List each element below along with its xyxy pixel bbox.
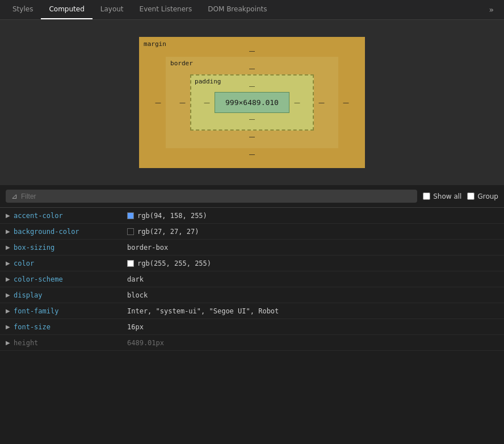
box-border: border — — padding — — 999×6489.010 — — [166, 57, 338, 148]
margin-middle: — border — — padding — — 999×6489.010 — [150, 57, 354, 148]
border-top: — — [249, 65, 255, 72]
tab-more[interactable]: » — [483, 0, 499, 19]
border-bottom: — — [249, 133, 255, 140]
prop-name-color: color — [14, 259, 127, 267]
padding-label: padding — [195, 78, 221, 85]
border-right: — — [314, 99, 329, 106]
filter-input[interactable] — [21, 192, 411, 200]
padding-bottom: — — [249, 115, 255, 123]
prop-row-color-scheme[interactable]: ▶color-schemedark — [0, 271, 504, 287]
border-left: — — [175, 99, 190, 106]
filter-icon: ⊿ — [11, 192, 18, 200]
prop-name-background-color: background-color — [14, 228, 127, 236]
prop-value-accent-color: rgb(94, 158, 255) — [127, 212, 207, 220]
prop-row-background-color[interactable]: ▶background-colorrgb(27, 27, 27) — [0, 224, 504, 240]
box-margin: margin — — border — — padding — — 999×64… — [139, 37, 365, 168]
content-size: 999×6489.010 — [225, 98, 279, 107]
tab-layout[interactable]: Layout — [93, 0, 132, 19]
prop-value-color: rgb(255, 255, 255) — [127, 259, 211, 267]
show-all-group: Show all — [423, 192, 461, 200]
box-model-diagram: margin — — border — — padding — — 999×64… — [0, 20, 504, 185]
filter-bar: ⊿ Show all Group — [0, 185, 504, 208]
padding-left: — — [199, 99, 215, 106]
prop-expand-display[interactable]: ▶ — [6, 292, 14, 298]
show-all-checkbox[interactable] — [423, 192, 430, 200]
border-middle: — padding — — 999×6489.010 — — — [175, 74, 329, 131]
prop-name-accent-color: accent-color — [14, 212, 127, 220]
prop-row-font-size[interactable]: ▶font-size16px — [0, 319, 504, 335]
prop-row-box-sizing[interactable]: ▶box-sizingborder-box — [0, 240, 504, 255]
prop-expand-accent-color[interactable]: ▶ — [6, 212, 14, 219]
prop-name-box-sizing: box-sizing — [14, 244, 127, 252]
prop-value-font-size: 16px — [127, 323, 144, 331]
prop-value-box-sizing: border-box — [127, 244, 168, 252]
prop-name-font-size: font-size — [14, 323, 127, 331]
tab-styles[interactable]: Styles — [5, 0, 41, 19]
color-swatch-color[interactable] — [127, 260, 134, 267]
padding-top: — — [249, 82, 255, 90]
group-label: Group — [477, 192, 498, 200]
show-all-label: Show all — [433, 192, 461, 200]
box-padding: padding — — 999×6489.010 — — — [190, 74, 314, 131]
prop-row-display[interactable]: ▶displayblock — [0, 287, 504, 303]
prop-name-color-scheme: color-scheme — [14, 275, 127, 283]
tab-computed[interactable]: Computed — [41, 0, 92, 19]
filter-input-wrap: ⊿ — [6, 190, 417, 203]
properties-list: ▶accent-colorrgb(94, 158, 255)▶backgroun… — [0, 208, 504, 439]
prop-value-font-family: Inter, "system-ui", "Segoe UI", Robot — [127, 307, 279, 315]
color-swatch-accent-color[interactable] — [127, 212, 134, 219]
prop-name-font-family: font-family — [14, 307, 127, 315]
prop-name-height: height — [14, 339, 127, 347]
color-swatch-background-color[interactable] — [127, 228, 134, 235]
prop-value-color-scheme: dark — [127, 275, 144, 283]
padding-right: — — [289, 99, 305, 106]
margin-label: margin — [144, 40, 166, 48]
prop-expand-color-scheme[interactable]: ▶ — [6, 276, 14, 282]
prop-row-height[interactable]: ▶height6489.01px — [0, 335, 504, 351]
prop-row-font-family[interactable]: ▶font-familyInter, "system-ui", "Segoe U… — [0, 303, 504, 319]
prop-value-height: 6489.01px — [127, 339, 164, 347]
tab-dom-breakpoints[interactable]: DOM Breakpoints — [200, 0, 275, 19]
group-checkbox[interactable] — [467, 192, 474, 200]
prop-value-display: block — [127, 291, 148, 299]
margin-bottom: — — [249, 150, 255, 158]
prop-expand-color[interactable]: ▶ — [6, 260, 14, 266]
box-content: 999×6489.010 — [215, 92, 289, 113]
margin-right: — — [338, 99, 354, 106]
group-group: Group — [467, 192, 498, 200]
prop-name-display: display — [14, 291, 127, 299]
prop-expand-height[interactable]: ▶ — [6, 340, 14, 346]
prop-expand-box-sizing[interactable]: ▶ — [6, 244, 14, 250]
prop-expand-font-size[interactable]: ▶ — [6, 324, 14, 330]
border-label: border — [170, 60, 193, 67]
margin-top: — — [249, 47, 255, 55]
prop-row-color[interactable]: ▶colorrgb(255, 255, 255) — [0, 255, 504, 271]
tab-bar: Styles Computed Layout Event Listeners D… — [0, 0, 504, 20]
prop-expand-font-family[interactable]: ▶ — [6, 308, 14, 314]
prop-row-accent-color[interactable]: ▶accent-colorrgb(94, 158, 255) — [0, 208, 504, 224]
prop-value-background-color: rgb(27, 27, 27) — [127, 228, 199, 236]
tab-event-listeners[interactable]: Event Listeners — [132, 0, 200, 19]
margin-left: — — [150, 99, 166, 106]
prop-expand-background-color[interactable]: ▶ — [6, 228, 14, 234]
padding-middle: — 999×6489.010 — — [199, 92, 305, 113]
